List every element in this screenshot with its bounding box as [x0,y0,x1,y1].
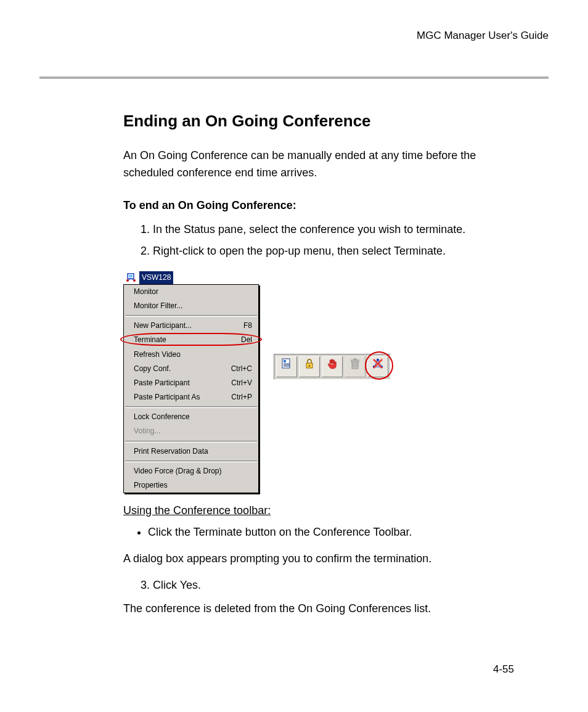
header-rule [39,76,549,79]
menu-item-label: Voting... [134,425,160,437]
menu-item-label: Monitor Filter... [134,300,182,312]
lock-button[interactable] [299,356,320,377]
svg-rect-5 [284,360,286,362]
menu-item-label: Terminate [134,334,166,346]
step-number: 3. [141,579,150,591]
menu-item-refresh-video[interactable]: Refresh Video [124,348,258,362]
menu-item-label: Refresh Video [134,349,181,361]
menu-item-label: Video Force (Drag & Drop) [134,465,222,477]
menu-item-copy-conf[interactable]: Copy Conf.Ctrl+C [124,362,258,376]
menu-item-voting: Voting... [124,424,258,438]
terminate-figure: VSW128 MonitorMonitor Filter...New Parti… [123,271,514,494]
conference-icon [126,272,137,282]
context-menu: MonitorMonitor Filter...New Participant.… [123,284,259,493]
menu-item-new-participant[interactable]: New Participant...F8 [124,319,258,333]
confirm-dialog-note: A dialog box appears prompting you to co… [123,550,514,568]
trash-button [345,356,365,377]
main-content: Ending an On Going Conference An On Goin… [123,108,514,677]
menu-item-shortcut: Ctrl+P [231,391,252,403]
menu-item-label: Copy Conf. [134,363,171,375]
step-number: 2. [141,245,150,257]
menu-item-paste-participant-as[interactable]: Paste Participant AsCtrl+P [124,390,258,404]
conference-toolbar [274,354,391,380]
terminate-button[interactable] [367,356,388,377]
conference-toolbar-screenshot [274,354,391,380]
hand-icon [325,357,339,376]
tree-node-label: VSW128 [139,271,173,284]
menu-item-properties[interactable]: Properties [124,478,258,493]
svg-rect-10 [309,365,310,367]
menu-item-label: Monitor [134,286,158,298]
menu-item-shortcut: F8 [243,320,252,332]
menu-separator [125,406,257,408]
properties-icon [280,357,293,376]
page-title: Ending an On Going Conference [123,108,514,134]
step-text: Right-click to open the pop-up menu, the… [153,245,446,257]
context-menu-screenshot: VSW128 MonitorMonitor Filter...New Parti… [123,271,259,494]
menu-item-lock-conference[interactable]: Lock Conference [124,410,258,424]
svg-rect-13 [354,359,356,360]
menu-item-print-reservation-data[interactable]: Print Reservation Data [124,444,258,459]
page-number: 4-55 [123,661,514,677]
procedure-steps-cont: 3. Click Yes. [141,576,514,594]
menu-item-paste-participant[interactable]: Paste ParticipantCtrl+V [124,376,258,390]
menu-item-label: Properties [134,480,168,491]
sub-procedure-heading: Using the Conference toolbar: [123,502,514,520]
menu-item-shortcut: Del [241,334,252,346]
menu-item-monitor[interactable]: Monitor [124,285,258,299]
step-number: 1. [141,223,150,235]
step-text: Click Yes. [153,579,201,591]
menu-separator [125,315,257,317]
menu-item-video-force-drag-drop[interactable]: Video Force (Drag & Drop) [124,464,258,478]
closing-paragraph: The conference is deleted from the On Go… [123,600,514,618]
toolbar-instruction: Click the Terminate button on the Confer… [148,523,514,541]
menu-item-terminate[interactable]: TerminateDel [124,333,258,347]
menu-item-shortcut: Ctrl+C [231,363,252,375]
menu-item-label: New Participant... [134,320,192,332]
step-2: 2. Right-click to open the pop-up menu, … [141,242,514,260]
procedure-steps: 1. In the Status pane, select the confer… [141,221,514,260]
properties-button[interactable] [276,356,297,377]
procedure-heading: To end an On Going Conference: [123,197,514,215]
step-1: 1. In the Status pane, select the confer… [141,221,514,239]
hand-button[interactable] [322,356,343,377]
step-3: 3. Click Yes. [141,576,514,594]
menu-separator [125,460,257,462]
trash-icon [348,357,362,376]
menu-item-label: Paste Participant [134,377,190,389]
lock-icon [303,357,316,376]
menu-item-shortcut: Ctrl+V [231,377,252,389]
tree-node: VSW128 [126,271,259,284]
menu-item-label: Lock Conference [134,411,190,423]
svg-rect-1 [129,275,133,277]
menu-item-label: Paste Participant As [134,391,200,403]
step-text: In the Status pane, select the conferenc… [153,223,465,235]
running-head: MGC Manager User's Guide [39,30,549,42]
terminate-icon [371,357,385,376]
menu-item-monitor-filter[interactable]: Monitor Filter... [124,299,258,313]
intro-paragraph: An On Going Conference can be manually e… [123,147,514,182]
menu-separator [125,441,257,443]
menu-item-label: Print Reservation Data [134,446,208,457]
